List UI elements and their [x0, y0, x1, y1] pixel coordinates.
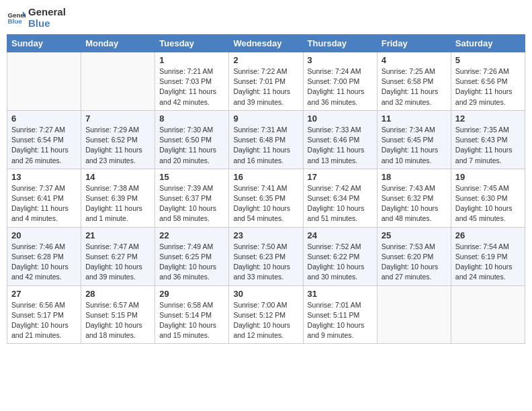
day-info: Sunrise: 7:01 AM Sunset: 5:11 PM Dayligh…: [308, 300, 373, 341]
calendar-cell-2-4: 9 Sunrise: 7:31 AM Sunset: 6:48 PM Dayli…: [229, 110, 303, 169]
day-number: 20: [11, 230, 77, 240]
sunset: Sunset: 6:37 PM: [159, 194, 212, 202]
day-number: 10: [308, 113, 373, 124]
sunset: Sunset: 6:27 PM: [85, 253, 138, 261]
sunrise: Sunrise: 7:47 AM: [85, 242, 139, 250]
sunrise: Sunrise: 6:56 AM: [11, 301, 65, 309]
sunrise: Sunrise: 7:26 AM: [455, 67, 509, 75]
daylight: Daylight: 10 hours and 45 minutes.: [455, 204, 513, 222]
day-number: 14: [85, 172, 150, 182]
sunset: Sunset: 6:28 PM: [11, 253, 64, 261]
calendar-cell-5-6: [377, 285, 451, 344]
day-number: 30: [233, 289, 298, 299]
header-monday: Monday: [81, 35, 155, 52]
logo-text-general: General: [28, 7, 66, 18]
daylight: Daylight: 11 hours and 4 minutes.: [11, 204, 69, 222]
calendar-cell-1-7: 5 Sunrise: 7:26 AM Sunset: 6:56 PM Dayli…: [451, 52, 525, 111]
daylight: Daylight: 11 hours and 16 minutes.: [233, 146, 290, 164]
sunset: Sunset: 7:01 PM: [233, 77, 285, 85]
day-info: Sunrise: 7:43 AM Sunset: 6:32 PM Dayligh…: [382, 183, 447, 224]
daylight: Daylight: 10 hours and 39 minutes.: [85, 263, 142, 281]
calendar-cell-2-7: 12 Sunrise: 7:35 AM Sunset: 6:43 PM Dayl…: [451, 110, 525, 169]
day-info: Sunrise: 7:41 AM Sunset: 6:35 PM Dayligh…: [233, 183, 298, 224]
sunrise: Sunrise: 7:50 AM: [233, 242, 287, 250]
day-info: Sunrise: 7:00 AM Sunset: 5:12 PM Dayligh…: [233, 300, 298, 341]
day-info: Sunrise: 6:57 AM Sunset: 5:15 PM Dayligh…: [85, 300, 150, 341]
day-info: Sunrise: 7:35 AM Sunset: 6:43 PM Dayligh…: [455, 125, 521, 166]
day-number: 29: [159, 289, 224, 299]
header-wednesday: Wednesday: [229, 35, 303, 52]
daylight: Daylight: 10 hours and 54 minutes.: [233, 204, 290, 222]
calendar-cell-1-4: 2 Sunrise: 7:22 AM Sunset: 7:01 PM Dayli…: [229, 52, 303, 111]
day-info: Sunrise: 7:38 AM Sunset: 6:39 PM Dayligh…: [85, 183, 150, 224]
daylight: Daylight: 10 hours and 9 minutes.: [308, 321, 365, 339]
calendar-cell-3-3: 15 Sunrise: 7:39 AM Sunset: 6:37 PM Dayl…: [155, 169, 229, 227]
sunrise: Sunrise: 7:45 AM: [455, 184, 509, 192]
daylight: Daylight: 10 hours and 33 minutes.: [233, 263, 290, 281]
day-number: 2: [233, 55, 298, 65]
logo-text-blue: Blue: [28, 18, 66, 30]
calendar-cell-2-5: 10 Sunrise: 7:33 AM Sunset: 6:46 PM Dayl…: [303, 110, 377, 169]
day-info: Sunrise: 7:34 AM Sunset: 6:45 PM Dayligh…: [382, 125, 447, 166]
day-number: 3: [308, 55, 373, 65]
sunset: Sunset: 6:22 PM: [308, 253, 360, 261]
day-number: 24: [308, 230, 373, 240]
day-info: Sunrise: 7:46 AM Sunset: 6:28 PM Dayligh…: [11, 242, 77, 283]
sunrise: Sunrise: 7:42 AM: [308, 184, 361, 192]
sunset: Sunset: 5:15 PM: [85, 311, 138, 319]
day-info: Sunrise: 7:21 AM Sunset: 7:03 PM Dayligh…: [159, 66, 224, 107]
day-info: Sunrise: 6:58 AM Sunset: 5:14 PM Dayligh…: [159, 300, 224, 341]
day-number: 8: [159, 113, 224, 124]
sunrise: Sunrise: 7:33 AM: [308, 126, 361, 134]
calendar-week-4: 20 Sunrise: 7:46 AM Sunset: 6:28 PM Dayl…: [7, 227, 525, 285]
sunrise: Sunrise: 7:54 AM: [455, 242, 509, 250]
sunrise: Sunrise: 7:29 AM: [85, 126, 139, 134]
sunrise: Sunrise: 7:21 AM: [159, 67, 213, 75]
sunset: Sunset: 5:17 PM: [11, 311, 64, 319]
sunset: Sunset: 6:43 PM: [455, 136, 508, 144]
calendar-cell-3-1: 13 Sunrise: 7:37 AM Sunset: 6:41 PM Dayl…: [7, 169, 81, 227]
day-number: 19: [455, 172, 521, 182]
calendar-table: SundayMondayTuesdayWednesdayThursdayFrid…: [7, 34, 525, 344]
sunrise: Sunrise: 7:52 AM: [308, 242, 361, 250]
day-info: Sunrise: 7:47 AM Sunset: 6:27 PM Dayligh…: [85, 242, 150, 283]
sunrise: Sunrise: 7:39 AM: [159, 184, 213, 192]
daylight: Daylight: 10 hours and 58 minutes.: [159, 204, 216, 222]
calendar-cell-2-6: 11 Sunrise: 7:34 AM Sunset: 6:45 PM Dayl…: [377, 110, 451, 169]
day-info: Sunrise: 7:39 AM Sunset: 6:37 PM Dayligh…: [159, 183, 224, 224]
day-info: Sunrise: 6:56 AM Sunset: 5:17 PM Dayligh…: [11, 300, 77, 341]
daylight: Daylight: 11 hours and 23 minutes.: [85, 146, 142, 164]
sunset: Sunset: 6:41 PM: [11, 194, 64, 202]
calendar-header-row: SundayMondayTuesdayWednesdayThursdayFrid…: [7, 35, 525, 52]
day-number: 16: [233, 172, 298, 182]
sunrise: Sunrise: 6:57 AM: [85, 301, 139, 309]
calendar-cell-5-3: 29 Sunrise: 6:58 AM Sunset: 5:14 PM Dayl…: [155, 285, 229, 344]
calendar-cell-3-7: 19 Sunrise: 7:45 AM Sunset: 6:30 PM Dayl…: [451, 169, 525, 227]
sunset: Sunset: 7:00 PM: [308, 77, 360, 85]
calendar-cell-2-2: 7 Sunrise: 7:29 AM Sunset: 6:52 PM Dayli…: [81, 110, 155, 169]
calendar-week-3: 13 Sunrise: 7:37 AM Sunset: 6:41 PM Dayl…: [7, 169, 525, 227]
calendar-cell-5-1: 27 Sunrise: 6:56 AM Sunset: 5:17 PM Dayl…: [7, 285, 81, 344]
header-friday: Friday: [377, 35, 451, 52]
day-number: 4: [382, 55, 447, 65]
day-number: 11: [382, 113, 447, 124]
sunset: Sunset: 6:23 PM: [233, 253, 285, 261]
logo-icon: General Blue: [7, 9, 26, 28]
calendar-cell-4-5: 24 Sunrise: 7:52 AM Sunset: 6:22 PM Dayl…: [303, 227, 377, 285]
sunrise: Sunrise: 7:30 AM: [159, 126, 213, 134]
calendar-cell-1-6: 4 Sunrise: 7:25 AM Sunset: 6:58 PM Dayli…: [377, 52, 451, 111]
daylight: Daylight: 10 hours and 27 minutes.: [382, 263, 439, 281]
calendar-week-2: 6 Sunrise: 7:27 AM Sunset: 6:54 PM Dayli…: [7, 110, 525, 169]
daylight: Daylight: 11 hours and 36 minutes.: [308, 87, 365, 105]
calendar-cell-2-1: 6 Sunrise: 7:27 AM Sunset: 6:54 PM Dayli…: [7, 110, 81, 169]
sunrise: Sunrise: 7:38 AM: [85, 184, 139, 192]
header-sunday: Sunday: [7, 35, 81, 52]
calendar-cell-3-4: 16 Sunrise: 7:41 AM Sunset: 6:35 PM Dayl…: [229, 169, 303, 227]
daylight: Daylight: 10 hours and 36 minutes.: [159, 263, 216, 281]
daylight: Daylight: 11 hours and 29 minutes.: [455, 87, 513, 105]
day-number: 18: [382, 172, 447, 182]
daylight: Daylight: 11 hours and 7 minutes.: [455, 146, 513, 164]
calendar-cell-4-6: 25 Sunrise: 7:53 AM Sunset: 6:20 PM Dayl…: [377, 227, 451, 285]
day-info: Sunrise: 7:50 AM Sunset: 6:23 PM Dayligh…: [233, 242, 298, 283]
calendar-cell-5-4: 30 Sunrise: 7:00 AM Sunset: 5:12 PM Dayl…: [229, 285, 303, 344]
